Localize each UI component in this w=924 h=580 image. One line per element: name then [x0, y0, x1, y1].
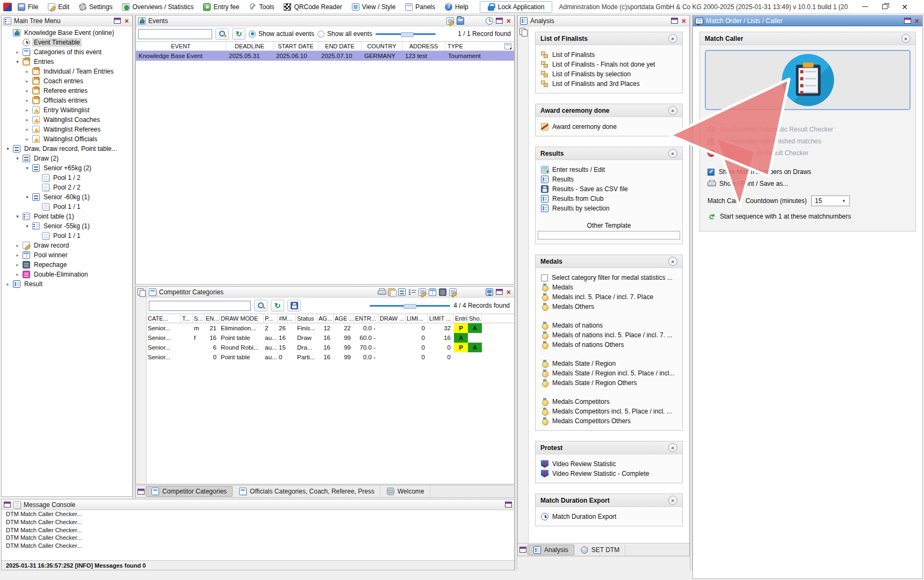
analysis-action[interactable]: Medals of nations	[541, 321, 677, 330]
collapse-chevron-icon[interactable]: «	[668, 34, 677, 43]
tree-item[interactable]: Draw record	[2, 241, 132, 250]
tree-item[interactable]: Waitinglist Coaches	[2, 115, 132, 125]
close-panel-icon[interactable]: ×	[914, 17, 920, 25]
tree-item[interactable]: Waitinglist Referees	[2, 125, 132, 134]
open-event-icon[interactable]	[457, 17, 464, 25]
analysis-action[interactable]: List of Finalists	[541, 50, 677, 60]
analysis-action[interactable]: List of Finalists - Finals not done yet	[541, 60, 677, 69]
tree-item[interactable]: Double-Elimination	[2, 270, 132, 279]
tree-item[interactable]: Individual / Team Entries	[2, 67, 132, 76]
collapse-chevron-icon[interactable]: «	[901, 34, 911, 43]
tree-expander-icon[interactable]	[15, 214, 20, 219]
tree-item[interactable]: Senior -60kg (1)	[2, 192, 132, 202]
categories-table-row[interactable]: Senior... f16 Point tableau... 16Draw 16…	[147, 333, 514, 343]
tree-item[interactable]: Senior -55kg (1)	[2, 221, 132, 231]
tree-item[interactable]: Officials entries	[2, 96, 132, 105]
tree-item[interactable]: Entries	[2, 57, 132, 67]
analysis-action[interactable]: Medals Competitors	[541, 397, 677, 407]
tree-expander-icon[interactable]	[24, 127, 30, 132]
duplicate-pages-icon[interactable]	[519, 28, 527, 35]
maximize-panel-icon[interactable]	[496, 18, 503, 24]
tree-item[interactable]: Point table (1)	[2, 212, 132, 221]
tree-expander-icon[interactable]	[24, 165, 30, 171]
tree-item[interactable]: Draw, Draw record, Point table...	[2, 144, 132, 154]
col-end-date[interactable]: END DATE	[319, 42, 362, 50]
tree-expander-icon[interactable]	[15, 59, 20, 64]
tree-item[interactable]: Repechage	[2, 260, 132, 270]
tree-item[interactable]: Pool 1 / 1	[2, 231, 132, 241]
close-panel-icon[interactable]: ×	[124, 17, 130, 25]
start-sequence[interactable]: Start sequence with 1 at these matchnumb…	[708, 211, 911, 222]
tree-expander-icon[interactable]	[24, 223, 30, 229]
analysis-action[interactable]: Medals Others	[541, 302, 677, 311]
close-panel-icon[interactable]: ×	[681, 17, 687, 25]
close-panel-icon[interactable]: ×	[506, 17, 512, 25]
tree-item[interactable]: Pool winner	[2, 250, 132, 260]
close-button[interactable]: ✕	[901, 3, 908, 11]
table-dark-icon[interactable]	[439, 288, 446, 296]
analysis-action[interactable]: Award ceremony done	[541, 122, 677, 132]
console-window-icon[interactable]	[4, 502, 11, 508]
show-match-numbers-checkbox[interactable]: Show Match Numbers on Draws	[708, 166, 911, 178]
start-refresh-checker[interactable]: Start/Refresh Automatic Result Checker	[708, 124, 911, 135]
draw-icon[interactable]	[398, 288, 406, 296]
radio-show-all[interactable]: Show all events	[317, 30, 372, 38]
menu-item[interactable]: Panels	[400, 1, 440, 13]
tree-expander-icon[interactable]	[24, 88, 30, 93]
maximize-panel-icon[interactable]	[904, 18, 911, 24]
tree-item[interactable]: Pool 2 / 2	[2, 183, 132, 192]
analysis-action[interactable]: Results from Club	[541, 194, 677, 204]
analysis-action[interactable]: Medals Competitors incl. 5. Place / incl…	[541, 407, 677, 416]
duplicate-pages-icon[interactable]	[138, 288, 145, 296]
menu-item[interactable]: Settings	[74, 1, 117, 13]
show-print-save[interactable]: Show / Print / Save as...	[708, 178, 911, 190]
menu-item[interactable]: View / Style	[347, 1, 400, 13]
analysis-action[interactable]: Medals State / Region Others	[541, 378, 677, 388]
template-combobox[interactable]	[538, 231, 680, 240]
analysis-action[interactable]: Results by selection	[541, 204, 677, 213]
medal-filter-checkbox[interactable]: Select category filter for medal statist…	[541, 273, 677, 282]
tree-expander-icon[interactable]	[15, 262, 20, 267]
collapse-chevron-icon[interactable]: «	[668, 106, 677, 115]
tree-expander-icon[interactable]	[15, 243, 20, 248]
edit-event-icon[interactable]	[446, 17, 454, 25]
tree-expander-icon[interactable]	[24, 136, 30, 142]
refresh-button[interactable]	[232, 28, 246, 40]
col-type[interactable]: TYPE	[447, 43, 463, 49]
save-button[interactable]	[287, 300, 301, 311]
tree-expander-icon[interactable]	[24, 194, 30, 200]
analysis-action[interactable]: Video Review Statistic - Complete	[541, 469, 677, 479]
close-panel-icon[interactable]: ×	[506, 288, 512, 296]
menu-item[interactable]: Entry fee	[198, 1, 244, 13]
events-table-row-selected[interactable]: Knowledge Base Event 2025.05.31 2025.06.…	[136, 51, 514, 61]
analysis-action[interactable]: Results	[541, 175, 677, 184]
maximize-panel-icon[interactable]	[671, 18, 678, 24]
categories-table-header[interactable]: CATE...T... S...EN... DRAW MODEP... #M..…	[147, 314, 514, 323]
analysis-action[interactable]: Medals State / Region	[541, 359, 677, 368]
numbered-list-icon[interactable]	[408, 288, 416, 296]
tree-item[interactable]: Knowledge Base Event (online)	[2, 28, 132, 38]
tree-item[interactable]: Pool 1 / 2	[2, 173, 132, 183]
menu-item[interactable]: QRCode Reader	[279, 1, 346, 13]
tree-expander-icon[interactable]	[15, 49, 20, 55]
analysis-action[interactable]: List of Finalists and 3rd Places	[541, 79, 677, 89]
tree-item[interactable]: Referee entries	[2, 86, 132, 96]
categories-table-row[interactable]: Senior... m21 Elimination...2 26Finis...…	[147, 323, 514, 333]
tree-expander-icon[interactable]	[15, 156, 20, 161]
col-event[interactable]: EVENT	[136, 42, 226, 50]
collapse-chevron-icon[interactable]: «	[668, 443, 677, 452]
analysis-action[interactable]: Medals of nations incl. 5. Place / incl.…	[541, 330, 677, 340]
maximize-panel-icon[interactable]	[505, 502, 512, 508]
edit-grid2-icon[interactable]	[449, 288, 457, 296]
analysis-action[interactable]: Results - Save as CSV file	[541, 184, 677, 194]
analysis-action[interactable]: Medals State / Region incl. 5. Place / i…	[541, 368, 677, 378]
restore-button[interactable]	[882, 4, 887, 9]
tree-item[interactable]: Draw (2)	[2, 154, 132, 163]
analysis-action[interactable]: Medals	[541, 282, 677, 292]
menu-item[interactable]: Edit	[43, 1, 74, 13]
analysis-action[interactable]: Enter results / Edit	[541, 165, 677, 175]
events-table-header[interactable]: EVENT DEADLINE START DATE END DATE COUNT…	[136, 41, 514, 51]
lock-application-button[interactable]: Lock Application	[480, 1, 553, 13]
tree-item[interactable]: Pool 1 / 1	[2, 202, 132, 212]
tree-expander-icon[interactable]	[24, 98, 30, 103]
